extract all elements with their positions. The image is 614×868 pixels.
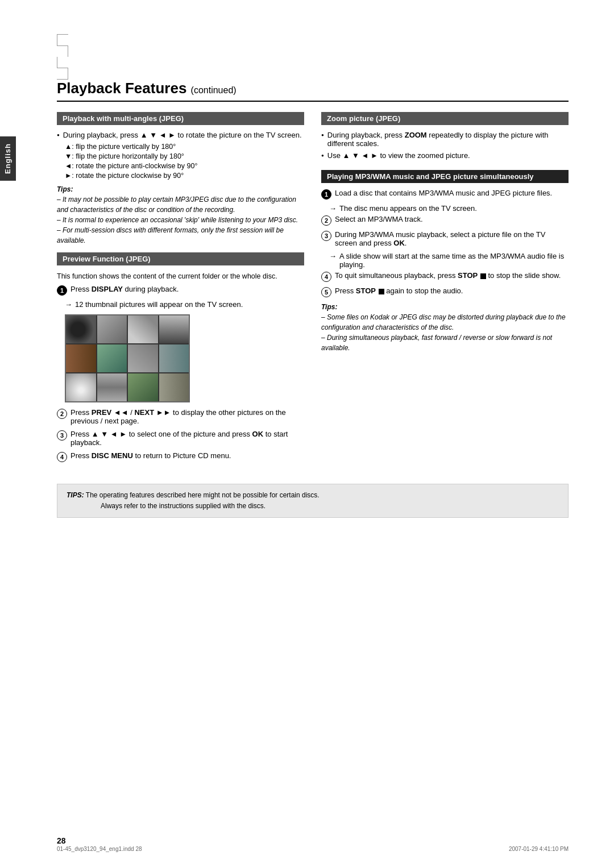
playback-sub3: ◄: rotate the picture anti-clockwise by …: [65, 162, 304, 170]
preview-step3-text: Press ▲ ▼ ◄ ► to select one of the pictu…: [70, 430, 304, 447]
english-tab: English: [0, 136, 16, 181]
thumb-12: [159, 373, 189, 401]
step4-circle: 4: [57, 452, 67, 462]
playback-tips2: – It is normal to experience an occasion…: [57, 215, 304, 225]
title-suffix: (continued): [191, 85, 237, 95]
playback-bullet1: During playback, press ▲ ▼ ◄ ► to rotate…: [57, 131, 304, 139]
playback-tips3: – For multi-session discs with different…: [57, 225, 304, 246]
mp3-step3: 3 During MP3/WMA music playback, select …: [321, 230, 569, 247]
thumb-2: [97, 315, 127, 343]
preview-step2-text: Press PREV ◄◄ / NEXT ►► to display the o…: [70, 408, 304, 425]
mp3-step3-circle: 3: [321, 231, 331, 241]
playback-jpeg-section: Playback with multi-angles (JPEG) During…: [57, 112, 304, 246]
zoom-bullet1: During playback, press ZOOM repeatedly t…: [321, 131, 569, 148]
stop-icon-1: [480, 273, 486, 279]
corner-mark-bl: [57, 57, 68, 68]
mp3-tips-title: Tips:: [321, 302, 569, 312]
thumb-3: [128, 315, 158, 343]
stop-icon-2: [379, 289, 384, 294]
playback-tips: Tips: – It may not be possible to play c…: [57, 184, 304, 246]
main-content: Playback with multi-angles (JPEG) During…: [57, 112, 569, 467]
mp3-step2: 2 Select an MP3/WMA track.: [321, 215, 569, 226]
preview-step2: 2 Press PREV ◄◄ / NEXT ►► to display the…: [57, 408, 304, 425]
mp3-wma-header: Playing MP3/WMA music and JPEG picture s…: [321, 170, 569, 183]
footer-info-left: 01-45_dvp3120_94_eng1.indd 28: [57, 846, 142, 852]
corner-mark-tr: [57, 45, 68, 57]
thumb-7: [128, 344, 158, 372]
mp3-step3-arrow: A slide show will start at the same time…: [329, 252, 569, 269]
page: English Playback Features (continued) Pl…: [0, 0, 614, 868]
zoom-section: Zoom picture (JPEG) During playback, pre…: [321, 112, 569, 160]
left-column: Playback with multi-angles (JPEG) During…: [57, 112, 304, 467]
footer-info-right: 2007-01-29 4:41:10 PM: [509, 846, 569, 852]
mp3-step4-text: To quit simultaneous playback, press STO…: [335, 271, 561, 280]
playback-tips1: – It may not be possible to play certain…: [57, 194, 304, 215]
mp3-step5-circle: 5: [321, 287, 331, 297]
preview-step4: 4 Press DISC MENU to return to Picture C…: [57, 451, 304, 462]
preview-step3: 3 Press ▲ ▼ ◄ ► to select one of the pic…: [57, 430, 304, 447]
mp3-tips2: – During simultaneous playback, fast for…: [321, 333, 569, 353]
thumb-9: [66, 373, 96, 401]
preview-intro: This function shows the content of the c…: [57, 271, 304, 282]
preview-step1-arrow: 12 thumbnail pictures will appear on the…: [65, 300, 304, 309]
right-column: Zoom picture (JPEG) During playback, pre…: [321, 112, 569, 467]
mp3-step1-arrow: The disc menu appears on the TV screen.: [329, 204, 569, 213]
mp3-step1-circle: 1: [321, 189, 331, 200]
preview-step1-text: Press DISPLAY during playback.: [70, 285, 179, 293]
playback-tips-title: Tips:: [57, 184, 304, 194]
mp3-tips: Tips: – Some files on Kodak or JPEG disc…: [321, 302, 569, 353]
preview-step4-text: Press DISC MENU to return to Picture CD …: [70, 451, 231, 460]
page-number: 28: [57, 836, 66, 845]
tips-footer: TIPS: The operating features described h…: [57, 484, 569, 518]
mp3-step4-circle: 4: [321, 272, 331, 282]
mp3-step2-circle: 2: [321, 215, 331, 226]
mp3-step4: 4 To quit simultaneous playback, press S…: [321, 271, 569, 282]
zoom-header: Zoom picture (JPEG): [321, 112, 569, 125]
thumb-4: [159, 315, 189, 343]
mp3-step1: 1 Load a disc that contains MP3/WMA musi…: [321, 189, 569, 200]
thumbnail-grid: [65, 314, 190, 402]
corner-mark-br: [57, 68, 68, 80]
tips-footer-text2: Always refer to the instructions supplie…: [101, 502, 265, 510]
tips-footer-text: The operating features described here mi…: [86, 491, 320, 499]
mp3-step5: 5 Press STOP again to stop the audio.: [321, 286, 569, 297]
playback-sub2: ▼: flip the picture horizontally by 180°: [65, 152, 304, 160]
playback-bullet1-text: During playback, press ▲ ▼ ◄ ► to rotate…: [63, 131, 302, 139]
step3-circle: 3: [57, 430, 67, 441]
thumb-5: [66, 344, 96, 372]
thumb-8: [159, 344, 189, 372]
step1-circle: 1: [57, 285, 67, 296]
thumb-11: [128, 373, 158, 401]
step2-circle: 2: [57, 409, 67, 419]
corner-mark-tl: [57, 34, 68, 45]
playback-jpeg-header: Playback with multi-angles (JPEG): [57, 112, 304, 125]
preview-header: Preview Function (JPEG): [57, 252, 304, 265]
playback-sub1: ▲: flip the picture vertically by 180°: [65, 143, 304, 151]
mp3-step1-text: Load a disc that contains MP3/WMA music …: [335, 189, 552, 197]
tips-footer-label: TIPS:: [67, 491, 84, 499]
mp3-tips1: – Some files on Kodak or JPEG disc may b…: [321, 312, 569, 333]
zoom-bullet1-text: During playback, press ZOOM repeatedly t…: [327, 131, 569, 148]
mp3-wma-section: Playing MP3/WMA music and JPEG picture s…: [321, 170, 569, 353]
mp3-step5-text: Press STOP again to stop the audio.: [335, 286, 463, 295]
page-title: Playback Features (continued): [57, 80, 569, 102]
mp3-step3-text: During MP3/WMA music playback, select a …: [335, 230, 569, 247]
thumb-1: [66, 315, 96, 343]
preview-section: Preview Function (JPEG) This function sh…: [57, 252, 304, 462]
thumb-6: [97, 344, 127, 372]
thumb-10: [97, 373, 127, 401]
preview-step1: 1 Press DISPLAY during playback.: [57, 285, 304, 296]
zoom-bullet2: Use ▲ ▼ ◄ ► to view the zoomed picture.: [321, 151, 569, 160]
playback-sub4: ►: rotate the picture clockwise by 90°: [65, 172, 304, 180]
